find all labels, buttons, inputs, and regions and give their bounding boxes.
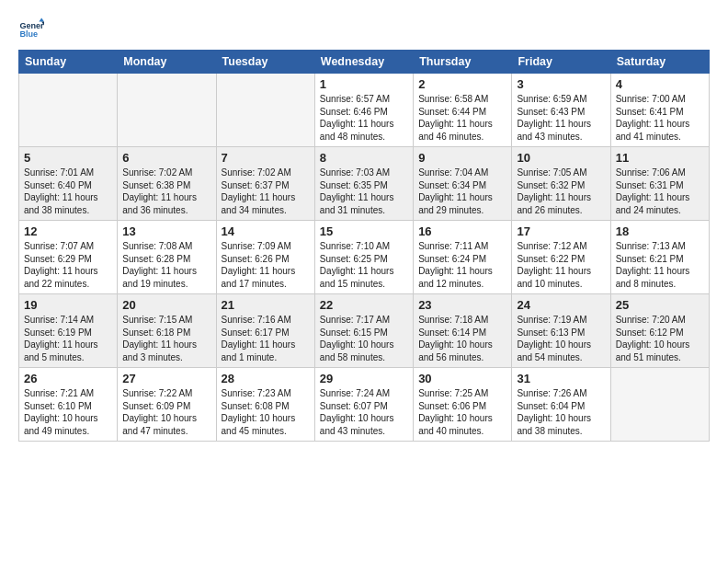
calendar-cell: 23Sunrise: 7:18 AM Sunset: 6:14 PM Dayli… [414, 294, 512, 368]
day-info: Sunrise: 7:21 AM Sunset: 6:10 PM Dayligh… [24, 387, 112, 437]
calendar-cell: 7Sunrise: 7:02 AM Sunset: 6:37 PM Daylig… [216, 147, 314, 221]
page: General Blue SundayMondayTuesdayWednesda… [0, 0, 728, 451]
day-number: 22 [320, 298, 408, 312]
day-number: 4 [616, 77, 704, 91]
day-number: 26 [24, 372, 112, 385]
weekday-header-thursday: Thursday [414, 51, 512, 74]
calendar-cell: 25Sunrise: 7:20 AM Sunset: 6:12 PM Dayli… [610, 294, 709, 368]
weekday-header-tuesday: Tuesday [216, 51, 314, 74]
day-info: Sunrise: 7:01 AM Sunset: 6:40 PM Dayligh… [24, 167, 112, 216]
calendar-cell: 21Sunrise: 7:16 AM Sunset: 6:17 PM Dayli… [216, 294, 314, 368]
day-info: Sunrise: 6:57 AM Sunset: 6:46 PM Dayligh… [320, 93, 408, 143]
calendar-cell [610, 368, 709, 442]
calendar-cell: 31Sunrise: 7:26 AM Sunset: 6:04 PM Dayli… [512, 368, 610, 442]
calendar-cell: 22Sunrise: 7:17 AM Sunset: 6:15 PM Dayli… [314, 294, 413, 368]
weekday-header-saturday: Saturday [610, 51, 709, 74]
calendar-cell: 4Sunrise: 7:00 AM Sunset: 6:41 PM Daylig… [610, 74, 709, 147]
header: General Blue [18, 17, 710, 42]
day-number: 2 [418, 77, 506, 91]
day-number: 20 [122, 298, 210, 312]
day-number: 13 [122, 224, 210, 238]
day-info: Sunrise: 7:20 AM Sunset: 6:12 PM Dayligh… [616, 314, 704, 363]
calendar-cell: 14Sunrise: 7:09 AM Sunset: 6:26 PM Dayli… [216, 221, 314, 294]
day-number: 27 [122, 372, 210, 385]
svg-text:Blue: Blue [19, 29, 38, 39]
day-info: Sunrise: 7:12 AM Sunset: 6:22 PM Dayligh… [517, 240, 605, 290]
day-number: 31 [517, 372, 605, 385]
calendar-week-4: 19Sunrise: 7:14 AM Sunset: 6:19 PM Dayli… [19, 294, 710, 368]
day-info: Sunrise: 6:59 AM Sunset: 6:43 PM Dayligh… [517, 93, 605, 143]
calendar-cell: 5Sunrise: 7:01 AM Sunset: 6:40 PM Daylig… [19, 147, 118, 221]
day-info: Sunrise: 7:03 AM Sunset: 6:35 PM Dayligh… [320, 167, 408, 216]
svg-marker-2 [39, 17, 44, 21]
weekday-header-friday: Friday [512, 51, 610, 74]
day-number: 24 [517, 298, 605, 312]
calendar-cell [19, 74, 118, 147]
day-info: Sunrise: 7:07 AM Sunset: 6:29 PM Dayligh… [24, 240, 112, 290]
day-info: Sunrise: 7:04 AM Sunset: 6:34 PM Dayligh… [418, 167, 506, 216]
day-number: 9 [418, 151, 506, 165]
day-number: 16 [418, 224, 506, 238]
day-number: 1 [320, 77, 408, 91]
day-number: 10 [517, 151, 605, 165]
day-info: Sunrise: 7:06 AM Sunset: 6:31 PM Dayligh… [616, 167, 704, 216]
day-info: Sunrise: 7:02 AM Sunset: 6:38 PM Dayligh… [122, 167, 210, 216]
calendar-cell: 13Sunrise: 7:08 AM Sunset: 6:28 PM Dayli… [118, 221, 216, 294]
calendar-cell: 20Sunrise: 7:15 AM Sunset: 6:18 PM Dayli… [118, 294, 216, 368]
calendar-week-3: 12Sunrise: 7:07 AM Sunset: 6:29 PM Dayli… [19, 221, 710, 294]
calendar-cell: 17Sunrise: 7:12 AM Sunset: 6:22 PM Dayli… [512, 221, 610, 294]
day-info: Sunrise: 7:22 AM Sunset: 6:09 PM Dayligh… [122, 387, 210, 437]
day-number: 29 [320, 372, 408, 385]
day-number: 8 [320, 151, 408, 165]
day-info: Sunrise: 7:25 AM Sunset: 6:06 PM Dayligh… [418, 387, 506, 437]
day-info: Sunrise: 7:13 AM Sunset: 6:21 PM Dayligh… [616, 240, 704, 290]
day-info: Sunrise: 7:26 AM Sunset: 6:04 PM Dayligh… [517, 387, 605, 437]
calendar-cell: 24Sunrise: 7:19 AM Sunset: 6:13 PM Dayli… [512, 294, 610, 368]
weekday-header-wednesday: Wednesday [314, 51, 413, 74]
day-info: Sunrise: 7:10 AM Sunset: 6:25 PM Dayligh… [320, 240, 408, 290]
calendar-cell: 16Sunrise: 7:11 AM Sunset: 6:24 PM Dayli… [414, 221, 512, 294]
day-number: 17 [517, 224, 605, 238]
day-number: 7 [222, 151, 310, 165]
day-info: Sunrise: 7:05 AM Sunset: 6:32 PM Dayligh… [517, 167, 605, 216]
calendar-cell: 10Sunrise: 7:05 AM Sunset: 6:32 PM Dayli… [512, 147, 610, 221]
calendar-cell: 27Sunrise: 7:22 AM Sunset: 6:09 PM Dayli… [118, 368, 216, 442]
day-info: Sunrise: 7:16 AM Sunset: 6:17 PM Dayligh… [222, 314, 310, 363]
calendar-week-1: 1Sunrise: 6:57 AM Sunset: 6:46 PM Daylig… [19, 74, 710, 147]
calendar-cell: 26Sunrise: 7:21 AM Sunset: 6:10 PM Dayli… [19, 368, 118, 442]
day-number: 5 [24, 151, 112, 165]
calendar-cell [118, 74, 216, 147]
day-info: Sunrise: 7:19 AM Sunset: 6:13 PM Dayligh… [517, 314, 605, 363]
calendar-cell: 15Sunrise: 7:10 AM Sunset: 6:25 PM Dayli… [314, 221, 413, 294]
day-number: 18 [616, 224, 704, 238]
day-number: 30 [418, 372, 506, 385]
day-number: 23 [418, 298, 506, 312]
day-info: Sunrise: 7:02 AM Sunset: 6:37 PM Dayligh… [222, 167, 310, 216]
logo: General Blue [18, 17, 46, 42]
calendar: SundayMondayTuesdayWednesdayThursdayFrid… [18, 50, 710, 442]
logo-icon: General Blue [18, 17, 44, 42]
day-number: 15 [320, 224, 408, 238]
calendar-cell: 18Sunrise: 7:13 AM Sunset: 6:21 PM Dayli… [610, 221, 709, 294]
day-info: Sunrise: 6:58 AM Sunset: 6:44 PM Dayligh… [418, 93, 506, 143]
calendar-cell: 30Sunrise: 7:25 AM Sunset: 6:06 PM Dayli… [414, 368, 512, 442]
day-number: 11 [616, 151, 704, 165]
weekday-header-monday: Monday [118, 51, 216, 74]
calendar-cell: 3Sunrise: 6:59 AM Sunset: 6:43 PM Daylig… [512, 74, 610, 147]
day-number: 12 [24, 224, 112, 238]
day-info: Sunrise: 7:09 AM Sunset: 6:26 PM Dayligh… [222, 240, 310, 290]
day-info: Sunrise: 7:17 AM Sunset: 6:15 PM Dayligh… [320, 314, 408, 363]
day-info: Sunrise: 7:08 AM Sunset: 6:28 PM Dayligh… [122, 240, 210, 290]
day-number: 6 [122, 151, 210, 165]
weekday-header-row: SundayMondayTuesdayWednesdayThursdayFrid… [19, 51, 710, 74]
calendar-cell: 29Sunrise: 7:24 AM Sunset: 6:07 PM Dayli… [314, 368, 413, 442]
calendar-week-2: 5Sunrise: 7:01 AM Sunset: 6:40 PM Daylig… [19, 147, 710, 221]
day-info: Sunrise: 7:24 AM Sunset: 6:07 PM Dayligh… [320, 387, 408, 437]
day-number: 28 [222, 372, 310, 385]
calendar-cell: 11Sunrise: 7:06 AM Sunset: 6:31 PM Dayli… [610, 147, 709, 221]
day-number: 3 [517, 77, 605, 91]
day-number: 14 [222, 224, 310, 238]
calendar-cell: 6Sunrise: 7:02 AM Sunset: 6:38 PM Daylig… [118, 147, 216, 221]
calendar-cell: 8Sunrise: 7:03 AM Sunset: 6:35 PM Daylig… [314, 147, 413, 221]
calendar-cell [216, 74, 314, 147]
